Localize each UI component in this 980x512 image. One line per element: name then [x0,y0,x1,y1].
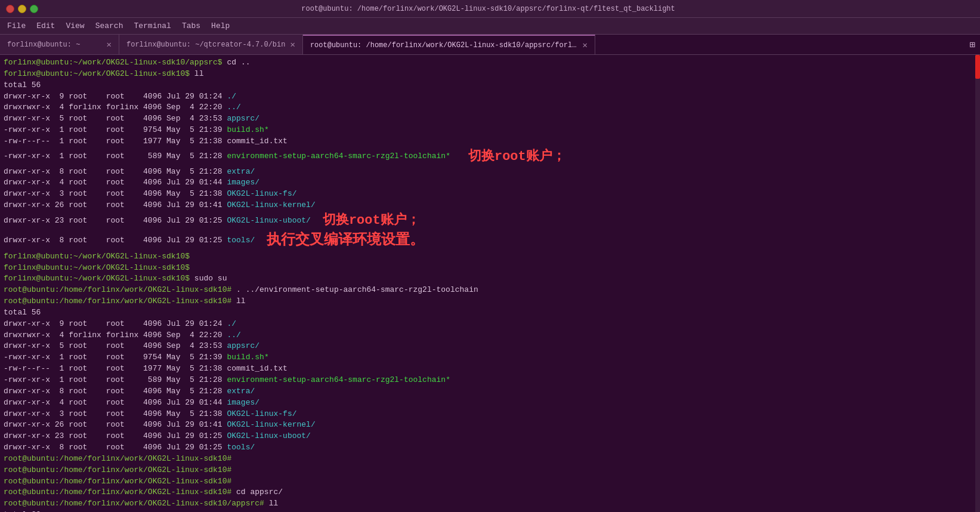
tab-1-label: forlinx@ubuntu: ~ [7,41,102,49]
terminal-line: total 20 [4,510,976,512]
minimize-button[interactable] [18,5,26,13]
terminal-line: drwxr-xr-x 8 root root 4096 May 5 21:28 … [4,386,976,397]
terminal-line: drwxr-xr-x 9 root root 4096 Jul 29 01:24… [4,91,976,103]
terminal-line: drwxr-xr-x 4 root root 4096 Jul 29 01:44… [4,177,976,189]
annotation-cross-compile: 切换root账户； [323,211,420,230]
terminal-line: drwxr-xr-x 26 root root 4096 Jul 29 01:4… [4,420,976,431]
terminal-line: drwxr-xr-x 3 root root 4096 May 5 21:38 … [4,409,976,420]
terminal-line: forlinx@ubuntu:~/work/OKG2L-linux-sdk10$ [4,251,976,263]
annotation-exec-cross: 执行交叉编译环境设置。 [267,230,424,251]
terminal-line: root@ubuntu:/home/forlinx/work/OKG2L-lin… [4,296,976,307]
terminal-content[interactable]: forlinx@ubuntu:~/work/OKG2L-linux-sdk10/… [0,55,980,512]
tab-2[interactable]: forlinx@ubuntu: ~/qtcreator-4.7.0/bin ✕ [119,35,303,54]
tab-1[interactable]: forlinx@ubuntu: ~ ✕ [0,35,119,54]
tab-2-close[interactable]: ✕ [290,41,295,49]
terminal-line: drwxr-xr-x 9 root root 4096 Jul 29 01:24… [4,319,976,330]
terminal-line: -rw-r--r-- 1 root root 1977 May 5 21:38 … [4,136,976,147]
maximize-button[interactable] [30,5,38,13]
menu-help[interactable]: Help [206,20,234,32]
terminal-line: -rwxr-xr-x 1 root root 9754 May 5 21:39 … [4,125,976,136]
tab-1-close[interactable]: ✕ [107,41,112,49]
terminal-line: root@ubuntu:/home/forlinx/work/OKG2L-lin… [4,487,976,498]
terminal-line: forlinx@ubuntu:~/work/OKG2L-linux-sdk10$ [4,263,976,274]
tab-2-label: forlinx@ubuntu: ~/qtcreator-4.7.0/bin [126,41,285,49]
tab-new-button[interactable]: ⊞ [964,35,980,54]
titlebar-controls [6,5,38,13]
terminal-line: drwxr-xr-x 4 root root 4096 Jul 29 01:44… [4,397,976,409]
terminal-line: -rwxr-xr-x 1 root root 589 May 5 21:28 e… [4,147,976,166]
menu-file[interactable]: File [2,20,30,32]
terminal-line: root@ubuntu:/home/forlinx/work/OKG2L-lin… [4,498,976,510]
terminal-line: forlinx@ubuntu:~/work/OKG2L-linux-sdk10$… [4,69,976,80]
terminal-line: root@ubuntu:/home/forlinx/work/OKG2L-lin… [4,285,976,296]
terminal-line: root@ubuntu:/home/forlinx/work/OKG2L-lin… [4,465,976,476]
terminal-line: drwxr-xr-x 5 root root 4096 Sep 4 23:53 … [4,341,976,352]
terminal-line: drwxr-xr-x 26 root root 4096 Jul 29 01:4… [4,200,976,211]
window-title: root@ubuntu: /home/forlinx/work/OKG2L-li… [38,5,938,13]
terminal-line: drwxr-xr-x 8 root root 4096 May 5 21:28 … [4,166,976,178]
terminal-line: forlinx@ubuntu:~/work/OKG2L-linux-sdk10$… [4,273,976,285]
terminal-line: drwxr-xr-x 23 root root 4096 Jul 29 01:2… [4,431,976,442]
terminal-line: -rw-r--r-- 1 root root 1977 May 5 21:38 … [4,363,976,375]
menu-edit[interactable]: Edit [32,20,60,32]
tab-3[interactable]: root@ubuntu: /home/forlinx/work/OKG2L-li… [303,35,595,54]
terminal-line: drwxr-xr-x 23 root root 4096 Jul 29 01:2… [4,211,976,230]
menu-terminal[interactable]: Terminal [129,20,175,32]
scrollbar[interactable] [975,55,980,512]
menu-view[interactable]: View [61,20,89,32]
menubar: File Edit View Search Terminal Tabs Help [0,18,980,35]
terminal-line: drwxr-xr-x 8 root root 4096 Jul 29 01:25… [4,442,976,454]
terminal-line: total 56 [4,307,976,319]
annotation-switch-root: 切换root账户； [468,147,565,166]
tabbar: forlinx@ubuntu: ~ ✕ forlinx@ubuntu: ~/qt… [0,35,980,55]
terminal-line: -rwxr-xr-x 1 root root 589 May 5 21:28 e… [4,375,976,386]
terminal-line: drwxr-xr-x 3 root root 4096 May 5 21:38 … [4,189,976,200]
terminal-line: root@ubuntu:/home/forlinx/work/OKG2L-lin… [4,476,976,488]
terminal-line: total 56 [4,80,976,91]
titlebar: root@ubuntu: /home/forlinx/work/OKG2L-li… [0,0,980,18]
terminal-line: -rwxr-xr-x 1 root root 9754 May 5 21:39 … [4,352,976,363]
terminal-line: drwxr-xr-x 5 root root 4096 Sep 4 23:53 … [4,113,976,125]
terminal-line: forlinx@ubuntu:~/work/OKG2L-linux-sdk10/… [4,57,976,69]
menu-tabs[interactable]: Tabs [177,20,205,32]
scrollbar-thumb[interactable] [975,55,980,79]
menu-search[interactable]: Search [91,20,128,32]
terminal-line: drwxrwxr-x 4 forlinx forlinx 4096 Sep 4 … [4,102,976,113]
terminal-line: drwxr-xr-x 8 root root 4096 Jul 29 01:25… [4,230,976,251]
terminal-line: drwxrwxr-x 4 forlinx forlinx 4096 Sep 4 … [4,330,976,341]
tab-3-label: root@ubuntu: /home/forlinx/work/OKG2L-li… [310,41,578,50]
terminal-line: root@ubuntu:/home/forlinx/work/OKG2L-lin… [4,454,976,465]
tab-3-close[interactable]: ✕ [582,41,587,50]
close-button[interactable] [6,5,14,13]
